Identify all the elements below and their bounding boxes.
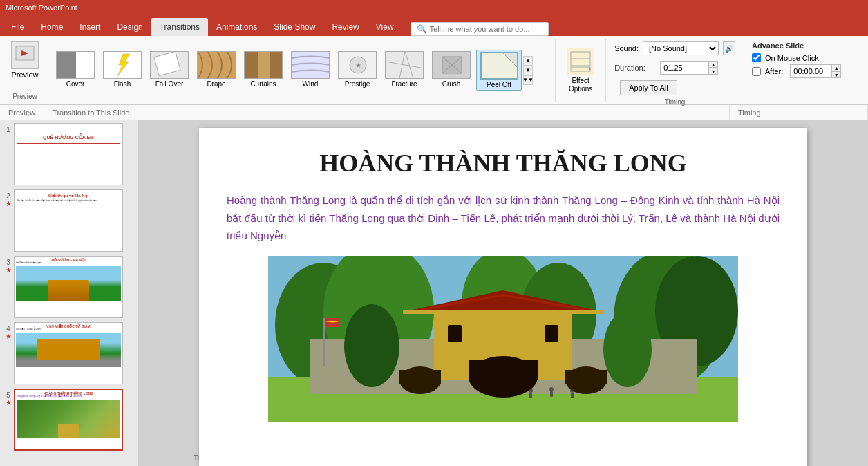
svg-point-51: [603, 311, 652, 387]
after-input[interactable]: 00:00.00: [790, 64, 831, 78]
svg-rect-10: [245, 51, 258, 79]
tab-home[interactable]: Home: [32, 18, 71, 36]
curtains-label: Curtains: [250, 80, 276, 88]
slide5-gate: [58, 424, 79, 438]
duration-down-button[interactable]: ▼: [708, 68, 718, 75]
slide-item-4[interactable]: 4 ★ VĂN MIẾU QUỐC TỬ GIÁM Văn Miếu - Quố…: [3, 322, 135, 384]
svg-rect-55: [550, 391, 553, 397]
effect-options-section: EffectOptions: [556, 39, 606, 102]
curtains-icon: [244, 51, 283, 79]
after-spinner: ▲ ▼: [831, 64, 841, 78]
transition-cover[interactable]: Cover: [53, 50, 97, 91]
drape-icon: [197, 51, 236, 79]
transition-wind[interactable]: Wind: [288, 50, 332, 91]
crush-icon: [432, 51, 471, 79]
slide4-image: [16, 333, 121, 367]
timing-section: Sound: [No Sound] 🔊 Duration: 01.25 ▲ ▼ …: [606, 39, 744, 102]
scroll-down-button[interactable]: ▼: [523, 66, 533, 75]
peeloff-label: Peel Off: [487, 81, 511, 88]
slide-thumb-5: HOÀNG THÀNH THĂNG LONG Hoàng thành Thăng…: [14, 389, 123, 451]
preview-section-label: Preview: [12, 93, 37, 102]
transition-crush[interactable]: Crush: [429, 50, 473, 91]
tab-transitions[interactable]: Transitions: [151, 18, 208, 36]
transition-peeloff[interactable]: Peel Off: [476, 50, 522, 91]
peeloff-icon: [480, 52, 518, 80]
subtitle-preview: Preview: [0, 105, 44, 120]
sound-select[interactable]: [No Sound]: [643, 41, 719, 55]
apply-all-button[interactable]: Apply To All: [620, 80, 677, 95]
transition-prestige[interactable]: ★ Prestige: [335, 50, 379, 91]
svg-text:★: ★: [355, 62, 361, 69]
svg-rect-49: [545, 325, 558, 342]
slide1-title: QUÊ HƯƠNG CỦA EM: [17, 135, 120, 140]
ribbon-body: Preview Preview Cover Flash: [0, 36, 868, 105]
slide-item-5[interactable]: 5 ★ HOÀNG THÀNH THĂNG LONG Hoàng thành T…: [3, 389, 135, 451]
effect-options-button[interactable]: EffectOptions: [561, 45, 600, 96]
svg-rect-2: [57, 51, 76, 79]
transition-fracture[interactable]: Fracture: [382, 50, 426, 91]
tab-animations[interactable]: Animations: [208, 18, 265, 36]
tab-insert[interactable]: Insert: [71, 18, 108, 36]
after-row: After: 00:00.00 ▲ ▼: [752, 64, 860, 78]
slide-thumb-4: VĂN MIẾU QUỐC TỬ GIÁM Văn Miếu - Quốc Tử…: [14, 322, 123, 384]
preview-label: Preview: [11, 71, 38, 79]
subtitle-timing-label: Timing: [738, 109, 761, 117]
sound-label: Sound:: [614, 44, 639, 53]
scroll-up-button[interactable]: ▲: [523, 56, 533, 66]
slide-item-1[interactable]: 1 QUÊ HƯƠNG CỦA EM: [3, 123, 135, 185]
slide-thumb-2: Giới thiệu về Hà Nội Hà Nội, thủ đô của …: [14, 189, 123, 252]
tab-slideshow[interactable]: Slide Show: [265, 18, 323, 36]
slide-item-3[interactable]: 3 ★ HỒ GƯƠM – HÀ NỘI Hồ Gươm là hồ nước …: [3, 256, 135, 318]
slide3-content: Hồ Gươm là hồ nước ngọt...: [16, 262, 121, 265]
flash-icon: [103, 51, 142, 79]
cover-icon: [56, 51, 95, 79]
slide-main-title: HOÀNG THÀNH THĂNG LONG: [227, 149, 780, 178]
ribbon-subtitle: Preview Transition to This Slide Timing: [0, 105, 868, 120]
fallover-icon: [150, 51, 189, 79]
drape-label: Drape: [207, 80, 225, 88]
tab-view[interactable]: View: [368, 18, 402, 36]
tab-review[interactable]: Review: [323, 18, 367, 36]
tab-design[interactable]: Design: [108, 18, 151, 36]
svg-rect-40: [469, 360, 538, 380]
duration-spinner: ▲ ▼: [708, 61, 718, 75]
apply-all-container: Apply To All: [614, 80, 735, 95]
crush-label: Crush: [442, 80, 461, 88]
scroll-more-button[interactable]: ▼▼: [523, 75, 533, 85]
svg-point-50: [344, 304, 399, 387]
fracture-icon: [385, 51, 424, 79]
effect-options-icon: [567, 48, 594, 75]
transition-curtains[interactable]: Curtains: [241, 50, 285, 91]
slide-thumb-3: HỒ GƯƠM – HÀ NỘI Hồ Gươm là hồ nước ngọt…: [14, 256, 123, 318]
transition-fallover[interactable]: Fall Over: [147, 50, 191, 91]
svg-rect-44: [565, 370, 607, 384]
svg-point-54: [549, 387, 554, 391]
slide-item-2[interactable]: 2 ★ Giới thiệu về Hà Nội Hà Nội, thủ đô …: [3, 189, 135, 252]
svg-rect-27: [571, 67, 590, 71]
slide5-star-icon: ★: [6, 399, 12, 407]
duration-up-button[interactable]: ▲: [708, 61, 718, 68]
transition-flash[interactable]: Flash: [100, 50, 144, 91]
subtitle-preview-label: Preview: [8, 109, 35, 117]
slide-number-4: 4 ★: [3, 322, 14, 340]
svg-rect-47: [403, 310, 603, 314]
app-title: Microsoft PowerPoint: [6, 3, 77, 12]
preview-button[interactable]: Preview: [6, 39, 44, 82]
svg-rect-12: [292, 51, 329, 79]
tab-file[interactable]: File: [3, 18, 32, 36]
slide3-image: [16, 266, 121, 301]
svg-rect-58: [323, 318, 326, 366]
sound-play-button[interactable]: 🔊: [723, 41, 735, 55]
slide4-star-icon: ★: [6, 333, 12, 340]
slide-number-1: 1: [3, 123, 14, 133]
sound-row: Sound: [No Sound] 🔊: [614, 41, 735, 55]
duration-input[interactable]: 01.25: [660, 61, 708, 75]
on-mouse-click-checkbox[interactable]: [752, 53, 761, 62]
after-up-button[interactable]: ▲: [831, 64, 841, 71]
after-down-button[interactable]: ▼: [831, 71, 841, 78]
svg-point-56: [570, 389, 574, 393]
search-input[interactable]: [430, 25, 540, 33]
after-checkbox[interactable]: [752, 67, 761, 76]
transition-drape[interactable]: Drape: [194, 50, 238, 91]
on-mouse-click-row: On Mouse Click: [752, 53, 860, 62]
